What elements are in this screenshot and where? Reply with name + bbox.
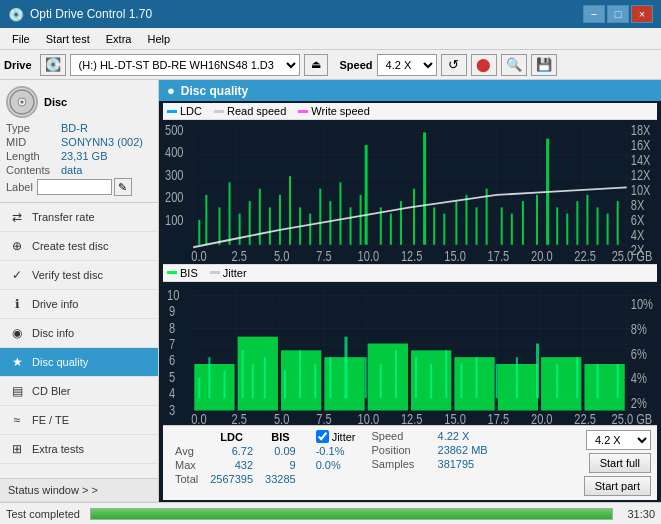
write-speed-legend-dot [298, 110, 308, 113]
start-full-button[interactable]: Start full [589, 453, 651, 473]
sidebar-item-drive-info[interactable]: ℹ Drive info [0, 290, 158, 319]
speed-label: Speed [340, 59, 373, 71]
sidebar-item-transfer-rate[interactable]: ⇄ Transfer rate [0, 203, 158, 232]
svg-rect-134 [460, 364, 462, 398]
col-bis: BIS [259, 430, 302, 444]
drive-icon-btn[interactable]: 💽 [40, 54, 66, 76]
sidebar-item-disc-quality[interactable]: ★ Disc quality [0, 348, 158, 377]
sidebar-item-verify-test-disc[interactable]: ✓ Verify test disc [0, 261, 158, 290]
sidebar-item-cd-bler[interactable]: ▤ CD Bler [0, 377, 158, 406]
svg-rect-32 [309, 214, 311, 245]
drive-label: Drive [4, 59, 32, 71]
speed-select[interactable]: 4.2 X [377, 54, 437, 76]
svg-rect-40 [390, 214, 392, 245]
legend-jitter: Jitter [210, 267, 247, 279]
svg-rect-118 [208, 357, 210, 398]
menu-file[interactable]: File [4, 31, 38, 47]
svg-rect-35 [339, 182, 341, 244]
status-text: Test completed [6, 508, 80, 520]
svg-text:16X: 16X [631, 138, 651, 153]
title-bar: 💿 Opti Drive Control 1.70 − □ × [0, 0, 661, 28]
svg-rect-41 [400, 201, 402, 245]
svg-rect-59 [597, 207, 599, 244]
close-button[interactable]: × [631, 5, 653, 23]
svg-rect-52 [522, 201, 524, 245]
disc-label-edit-btn[interactable]: ✎ [114, 178, 132, 196]
svg-text:12.5: 12.5 [401, 410, 423, 425]
svg-text:15.0: 15.0 [444, 249, 466, 264]
svg-rect-48 [476, 207, 478, 244]
sidebar-item-fe-te[interactable]: ≈ FE / TE [0, 406, 158, 435]
save-icon-btn[interactable]: 💾 [531, 54, 557, 76]
svg-rect-34 [329, 201, 331, 245]
svg-text:5.0: 5.0 [274, 249, 289, 264]
app-icon: 💿 [8, 7, 24, 22]
jitter-checkbox[interactable] [316, 430, 329, 443]
col-ldc: LDC [204, 430, 259, 444]
disc-type-value: BD-R [61, 122, 88, 134]
menu-start-test[interactable]: Start test [38, 31, 98, 47]
svg-rect-128 [365, 357, 367, 398]
svg-text:2%: 2% [631, 394, 647, 411]
drive-bar: Drive 💽 (H:) HL-DT-ST BD-RE WH16NS48 1.D… [0, 50, 661, 80]
menu-help[interactable]: Help [139, 31, 178, 47]
sidebar: Disc Type BD-R MID SONYNN3 (002) Length … [0, 80, 159, 502]
stats-table: LDC BIS Avg 6.72 0.09 Max 432 9 [169, 430, 302, 486]
maximize-button[interactable]: □ [607, 5, 629, 23]
bottom-legend: BIS Jitter [163, 264, 657, 282]
samples-row: Samples 381795 [372, 458, 488, 470]
svg-rect-56 [566, 214, 568, 245]
svg-rect-129 [380, 364, 382, 398]
svg-point-2 [21, 101, 24, 104]
svg-text:6%: 6% [631, 344, 647, 361]
menu-bar: File Start test Extra Help [0, 28, 661, 50]
status-window-btn[interactable]: Status window > > [0, 478, 158, 502]
cd-bler-icon: ▤ [8, 382, 26, 400]
drive-info-icon: ℹ [8, 295, 26, 313]
svg-text:12X: 12X [631, 168, 651, 183]
svg-rect-42 [413, 189, 415, 245]
write-speed-legend-label: Write speed [311, 105, 370, 117]
svg-text:10%: 10% [631, 295, 653, 312]
eject-button[interactable]: ⏏ [304, 54, 328, 76]
svg-text:0.0: 0.0 [191, 410, 206, 425]
svg-rect-125 [314, 364, 316, 398]
sidebar-item-extra-tests[interactable]: ⊞ Extra tests [0, 435, 158, 464]
svg-text:5.0: 5.0 [274, 410, 289, 425]
bottom-chart-svg: 10 9 8 7 6 5 4 3 10% 8% 6% 4% 2% 0.0 2 [163, 282, 657, 426]
sidebar-item-disc-info[interactable]: ◉ Disc info [0, 319, 158, 348]
disc-contents-value: data [61, 164, 82, 176]
start-part-button[interactable]: Start part [584, 476, 651, 496]
svg-text:8: 8 [169, 318, 175, 335]
minimize-button[interactable]: − [583, 5, 605, 23]
fe-te-icon: ≈ [8, 411, 26, 429]
svg-text:5: 5 [169, 368, 175, 385]
menu-extra[interactable]: Extra [98, 31, 140, 47]
svg-rect-25 [239, 214, 241, 245]
disc-contents-row: Contents data [6, 164, 152, 176]
disc-label-input[interactable] [37, 179, 112, 195]
svg-rect-47 [465, 195, 467, 245]
svg-rect-21 [198, 220, 200, 245]
ldc-legend-dot [167, 110, 177, 113]
svg-rect-126 [329, 357, 331, 398]
drive-select[interactable]: (H:) HL-DT-ST BD-RE WH16NS48 1.D3 [70, 54, 300, 76]
svg-rect-36 [350, 207, 352, 244]
svg-rect-137 [516, 357, 518, 398]
chart-header-icon: ● [167, 83, 175, 98]
speed-dropdown[interactable]: 4.2 X [586, 430, 651, 450]
config-icon-btn[interactable]: ⬤ [471, 54, 497, 76]
svg-rect-124 [299, 350, 301, 398]
svg-rect-37 [360, 195, 362, 245]
svg-rect-133 [445, 350, 447, 398]
sidebar-item-create-test-disc[interactable]: ⊕ Create test disc [0, 232, 158, 261]
samples-value: 381795 [438, 458, 475, 470]
svg-text:15.0: 15.0 [444, 410, 466, 425]
scan-icon-btn[interactable]: 🔍 [501, 54, 527, 76]
svg-text:22.5: 22.5 [574, 410, 596, 425]
refresh-icon-btn[interactable]: ↺ [441, 54, 467, 76]
svg-rect-30 [289, 176, 291, 245]
svg-text:20.0: 20.0 [531, 410, 553, 425]
disc-mid-row: MID SONYNN3 (002) [6, 136, 152, 148]
verify-test-disc-label: Verify test disc [32, 269, 103, 281]
